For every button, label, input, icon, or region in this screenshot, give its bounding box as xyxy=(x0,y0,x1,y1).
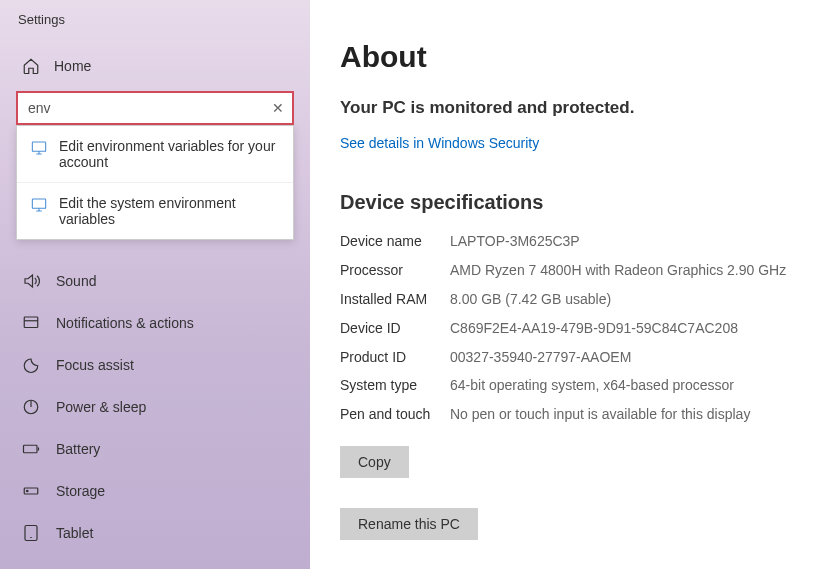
dropdown-item-edit-user-env[interactable]: Edit environment variables for your acco… xyxy=(17,126,293,182)
sidebar: Settings Home ✕ Edit environment variabl… xyxy=(0,0,310,569)
main-pane: About Your PC is monitored and protected… xyxy=(310,0,835,569)
search-input[interactable] xyxy=(16,91,294,125)
spec-value: No pen or touch input is available for t… xyxy=(450,405,750,424)
spec-device-id: Device ID C869F2E4-AA19-479B-9D91-59C84C… xyxy=(340,319,815,338)
sidebar-item-home[interactable]: Home xyxy=(0,47,310,85)
search-wrapper: ✕ xyxy=(16,91,294,125)
home-label: Home xyxy=(54,58,91,74)
copy-button[interactable]: Copy xyxy=(340,446,409,478)
nav-list: Sound Notifications & actions Focus assi… xyxy=(0,260,310,554)
spec-label: Product ID xyxy=(340,348,450,367)
svg-rect-1 xyxy=(32,199,45,208)
sidebar-item-focus[interactable]: Focus assist xyxy=(0,344,310,386)
spec-label: System type xyxy=(340,376,450,395)
spec-label: Pen and touch xyxy=(340,405,450,424)
tablet-icon xyxy=(22,524,40,542)
svg-rect-4 xyxy=(24,445,38,453)
monitor-icon xyxy=(31,197,47,213)
nav-label: Notifications & actions xyxy=(56,315,194,331)
search-dropdown: Edit environment variables for your acco… xyxy=(16,125,294,240)
svg-point-6 xyxy=(27,490,29,492)
sidebar-item-sound[interactable]: Sound xyxy=(0,260,310,302)
svg-rect-7 xyxy=(25,526,37,541)
sidebar-item-tablet[interactable]: Tablet xyxy=(0,512,310,554)
spec-label: Processor xyxy=(340,261,450,280)
spec-label: Device name xyxy=(340,232,450,251)
home-icon xyxy=(22,57,40,75)
device-spec-heading: Device specifications xyxy=(340,191,815,214)
monitor-icon xyxy=(31,140,47,156)
protected-status: Your PC is monitored and protected. xyxy=(340,98,815,118)
rename-pc-button[interactable]: Rename this PC xyxy=(340,508,478,540)
window-title: Settings xyxy=(0,12,310,47)
spec-ram: Installed RAM 8.00 GB (7.42 GB usable) xyxy=(340,290,815,309)
sidebar-item-storage[interactable]: Storage xyxy=(0,470,310,512)
clear-icon[interactable]: ✕ xyxy=(272,100,284,116)
svg-rect-2 xyxy=(24,317,38,328)
spec-product-id: Product ID 00327-35940-27797-AAOEM xyxy=(340,348,815,367)
spec-pen-touch: Pen and touch No pen or touch input is a… xyxy=(340,405,815,424)
spec-value: C869F2E4-AA19-479B-9D91-59C84C7AC208 xyxy=(450,319,738,338)
spec-value: AMD Ryzen 7 4800H with Radeon Graphics 2… xyxy=(450,261,786,280)
page-title: About xyxy=(340,40,815,74)
sidebar-item-battery[interactable]: Battery xyxy=(0,428,310,470)
nav-label: Battery xyxy=(56,441,100,457)
sidebar-item-power[interactable]: Power & sleep xyxy=(0,386,310,428)
focus-icon xyxy=(22,356,40,374)
power-icon xyxy=(22,398,40,416)
spec-device-name: Device name LAPTOP-3M625C3P xyxy=(340,232,815,251)
battery-icon xyxy=(22,440,40,458)
spec-value: 00327-35940-27797-AAOEM xyxy=(450,348,631,367)
nav-label: Focus assist xyxy=(56,357,134,373)
sidebar-item-notifications[interactable]: Notifications & actions xyxy=(0,302,310,344)
svg-rect-0 xyxy=(32,142,45,151)
nav-label: Storage xyxy=(56,483,105,499)
nav-label: Power & sleep xyxy=(56,399,146,415)
spec-label: Installed RAM xyxy=(340,290,450,309)
nav-label: Sound xyxy=(56,273,96,289)
spec-system-type: System type 64-bit operating system, x64… xyxy=(340,376,815,395)
sound-icon xyxy=(22,272,40,290)
spec-value: 64-bit operating system, x64-based proce… xyxy=(450,376,734,395)
dropdown-item-label: Edit environment variables for your acco… xyxy=(59,138,279,170)
nav-label: Tablet xyxy=(56,525,93,541)
spec-label: Device ID xyxy=(340,319,450,338)
dropdown-item-label: Edit the system environment variables xyxy=(59,195,279,227)
spec-value: LAPTOP-3M625C3P xyxy=(450,232,580,251)
security-link[interactable]: See details in Windows Security xyxy=(340,135,539,151)
dropdown-item-edit-system-env[interactable]: Edit the system environment variables xyxy=(17,182,293,239)
spec-value: 8.00 GB (7.42 GB usable) xyxy=(450,290,611,309)
notifications-icon xyxy=(22,314,40,332)
storage-icon xyxy=(22,482,40,500)
spec-processor: Processor AMD Ryzen 7 4800H with Radeon … xyxy=(340,261,815,280)
